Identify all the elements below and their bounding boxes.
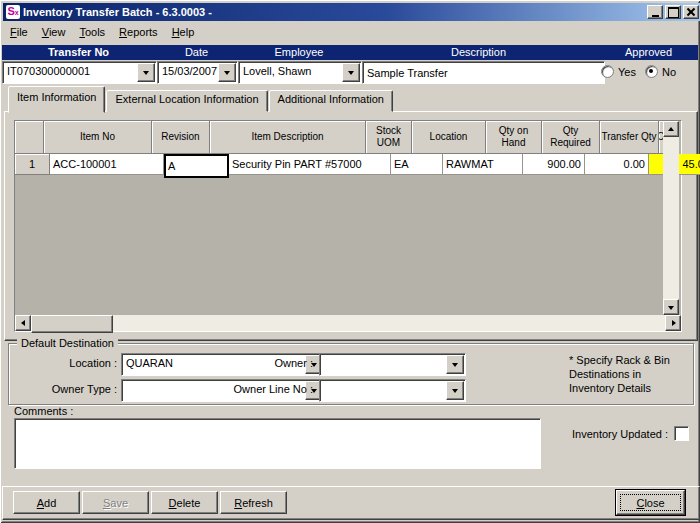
owner-combo[interactable]	[319, 353, 466, 376]
maximize-button[interactable]	[665, 5, 681, 19]
grid-header-row: Item No Revision Item Description Stock …	[15, 121, 663, 154]
save-button[interactable]: Save	[82, 491, 149, 514]
chevron-down-icon	[452, 363, 458, 370]
minimize-button[interactable]	[647, 5, 663, 19]
arrow-left-icon	[18, 320, 25, 326]
owner-field-label: Owner :	[207, 357, 313, 369]
chevron-down-icon	[348, 71, 354, 78]
close-icon	[687, 8, 695, 16]
approved-label: Approved	[601, 46, 696, 59]
vertical-scroll-track[interactable]	[663, 137, 679, 299]
grid-row: 1 ACC-100001 A Security Pin PART #57000 …	[15, 154, 663, 178]
chevron-down-icon	[143, 71, 149, 78]
button-bar: Add Save Delete Refresh Close	[2, 486, 700, 520]
refresh-button[interactable]: Refresh	[220, 491, 287, 514]
owner-line-no-dropdown-button[interactable]	[446, 381, 464, 400]
close-window-button[interactable]	[683, 5, 699, 19]
transfer-no-dropdown-button[interactable]	[137, 63, 155, 82]
menu-help[interactable]: Help	[165, 24, 202, 40]
horizontal-scroll-thumb[interactable]	[31, 315, 113, 333]
arrow-right-icon	[672, 320, 679, 326]
scroll-up-button[interactable]	[663, 121, 679, 137]
approved-radio-group: Yes No	[601, 61, 696, 82]
tab-item-information[interactable]: Item Information	[8, 86, 105, 113]
default-destination-legend: Default Destination	[17, 337, 118, 350]
menu-bar: File View Tools Reports Help	[3, 23, 697, 41]
qty-required-cell[interactable]: 0.00	[585, 154, 649, 175]
description-label: Description	[362, 46, 595, 59]
title-bar[interactable]: Sx Inventory Transfer Batch - 6.3.0003 -	[3, 3, 700, 21]
item-description-cell[interactable]: Security Pin PART #57000	[229, 154, 391, 175]
default-destination-group: Default Destination Location : QUARAN Ow…	[8, 343, 694, 405]
menu-file[interactable]: File	[3, 24, 35, 40]
date-combo[interactable]: 15/03/2007	[157, 61, 238, 84]
employee-dropdown-button[interactable]	[342, 63, 360, 82]
col-header-transfer-qty: Transfer Qty	[600, 121, 659, 154]
col-header-row-num	[15, 121, 44, 154]
tab-additional-information[interactable]: Additional Information	[269, 90, 393, 112]
window-controls	[647, 5, 699, 19]
scroll-left-button[interactable]	[15, 315, 31, 331]
radio-checked-icon	[645, 65, 658, 78]
stock-uom-cell[interactable]: EA	[391, 154, 443, 175]
grid-horizontal-scrollbar[interactable]	[15, 315, 681, 331]
window-title: Inventory Transfer Batch - 6.3.0003 -	[23, 6, 647, 18]
chevron-down-icon	[224, 71, 230, 78]
tab-external-location-information[interactable]: External Location Information	[106, 90, 267, 112]
description-input[interactable]	[362, 61, 605, 84]
chevron-down-icon	[452, 389, 458, 396]
qty-on-hand-cell[interactable]: 900.00	[523, 154, 585, 175]
location-field-label: Location :	[13, 357, 117, 369]
owner-line-no-field-label: Owner Line No :	[207, 383, 313, 395]
inventory-updated-checkbox[interactable]	[674, 426, 689, 441]
col-header-revision: Revision	[152, 121, 210, 154]
date-label: Date	[157, 46, 236, 59]
item-no-cell[interactable]: ACC-100001	[50, 154, 164, 175]
owner-type-field-label: Owner Type :	[13, 383, 117, 395]
owner-dropdown-button[interactable]	[446, 355, 464, 374]
add-button[interactable]: Add	[13, 491, 80, 514]
menu-view[interactable]: View	[35, 24, 73, 40]
employee-label: Employee	[238, 46, 360, 59]
date-dropdown-button[interactable]	[218, 63, 236, 82]
comments-label: Comments :	[14, 405, 73, 417]
grid-vertical-scrollbar[interactable]	[663, 121, 679, 315]
col-header-stock-uom: Stock UOM	[366, 121, 412, 154]
app-logo-icon: Sx	[6, 5, 20, 19]
transfer-no-combo[interactable]: IT070300000001	[2, 61, 157, 84]
col-header-location: Location	[412, 121, 486, 154]
arrow-up-icon	[668, 124, 674, 131]
employee-combo[interactable]: Lovell, Shawn	[238, 61, 362, 84]
menu-reports[interactable]: Reports	[112, 24, 165, 40]
app-window: Sx Inventory Transfer Batch - 6.3.0003 -…	[0, 0, 700, 523]
approved-yes-radio[interactable]: Yes	[601, 65, 636, 78]
rack-bin-note: * Specify Rack & Bin Destinations in Inv…	[569, 353, 689, 395]
owner-line-no-combo[interactable]	[319, 379, 466, 402]
col-header-qty-on-hand: Qty on Hand	[486, 121, 542, 154]
tab-strip: Item Information External Location Infor…	[8, 92, 394, 112]
approved-no-radio[interactable]: No	[645, 65, 676, 78]
item-grid: Item No Revision Item Description Stock …	[14, 120, 682, 332]
inventory-updated-label: Inventory Updated :	[538, 428, 668, 440]
row-number-cell[interactable]: 1	[15, 154, 50, 175]
radio-icon	[601, 65, 614, 78]
revision-cell[interactable]: A	[164, 154, 229, 178]
comments-textarea[interactable]	[14, 418, 541, 469]
col-header-item-no: Item No	[44, 121, 152, 154]
horizontal-scroll-track[interactable]	[113, 315, 665, 331]
scroll-down-button[interactable]	[663, 299, 679, 315]
close-button[interactable]: Close	[616, 490, 685, 515]
menu-tools[interactable]: Tools	[72, 24, 112, 40]
scroll-right-button[interactable]	[665, 315, 681, 331]
arrow-down-icon	[668, 306, 674, 313]
col-header-item-description: Item Description	[210, 121, 366, 154]
col-header-qty-required: Qty Required	[542, 121, 600, 154]
grid-empty-area	[15, 178, 663, 315]
location-cell[interactable]: RAWMAT	[443, 154, 523, 175]
maximize-icon	[668, 7, 679, 18]
transfer-no-label: Transfer No	[2, 46, 155, 59]
minimize-icon	[652, 15, 659, 17]
delete-button[interactable]: Delete	[151, 491, 218, 514]
